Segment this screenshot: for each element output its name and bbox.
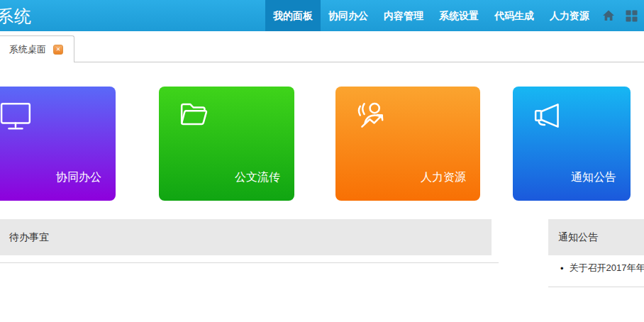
grid-icon [626,10,638,22]
tab-label: 系统桌面 [9,43,46,56]
todo-panel-header: 待办事宜 [0,219,492,255]
todo-panel-divider [0,262,499,263]
main-nav: 我的面板 协同办公 内容管理 系统设置 代码生成 人力资源 [265,0,643,31]
nav-item-code-gen[interactable]: 代码生成 [487,0,542,31]
monitor-icon [0,99,33,132]
bullet-icon: • [560,263,564,274]
app-window: 系统 我的面板 协同办公 内容管理 系统设置 代码生成 人力资源 [0,0,644,322]
megaphone-icon [533,99,565,132]
tile-label: 公文流传 [235,170,280,185]
nav-item-system-settings[interactable]: 系统设置 [431,0,487,31]
tile-collab-office[interactable]: 协同办公 [0,87,116,201]
tab-bar: 系统桌面 ✕ [0,31,644,62]
apps-grid-button[interactable] [620,0,643,31]
tile-notices[interactable]: 通知公告 [513,87,631,201]
home-icon [602,9,615,22]
tile-document-flow[interactable]: 公文流传 [159,87,294,201]
tab-close-icon[interactable]: ✕ [53,45,63,55]
tab-system-desktop[interactable]: 系统桌面 ✕ [0,35,74,62]
tile-label: 协同办公 [56,170,101,185]
tile-label: 通知公告 [571,170,616,185]
top-header: 系统 我的面板 协同办公 内容管理 系统设置 代码生成 人力资源 [0,0,644,31]
folder-open-icon [179,99,211,132]
notice-list-item[interactable]: • 关于召开2017年年 [548,261,644,275]
tile-label: 人力资源 [421,170,466,185]
nav-item-hr[interactable]: 人力资源 [542,0,597,31]
person-growth-icon [355,99,388,132]
tile-hr[interactable]: 人力资源 [335,87,480,201]
notices-panel-divider [548,287,644,287]
nav-item-content-mgmt[interactable]: 内容管理 [376,0,431,31]
app-title: 系统 [0,5,32,28]
notices-panel-header: 通知公告 [548,219,644,255]
notice-item-text: 关于召开2017年年 [570,262,644,274]
home-button[interactable] [597,0,620,31]
nav-item-collab-office[interactable]: 协同办公 [321,0,376,31]
nav-item-my-dashboard[interactable]: 我的面板 [265,0,321,31]
tabbar-divider [74,62,644,62]
